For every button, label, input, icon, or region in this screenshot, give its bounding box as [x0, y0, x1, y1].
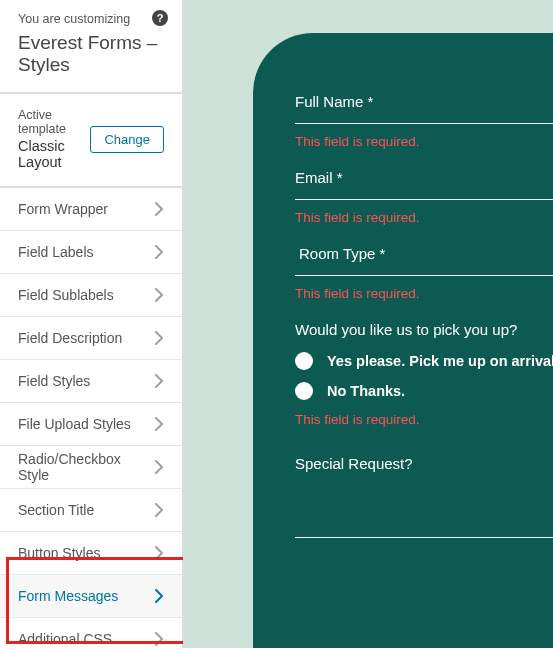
menu-item-label: Form Messages — [18, 588, 118, 604]
chevron-right-icon — [154, 288, 164, 302]
radio-label: No Thanks. — [327, 383, 405, 399]
menu-item-label: Form Wrapper — [18, 201, 108, 217]
menu-item-label: Field Styles — [18, 373, 90, 389]
chevron-right-icon — [154, 632, 164, 646]
menu-item-label: Field Description — [18, 330, 122, 346]
menu-item-button-styles[interactable]: Button Styles — [0, 532, 182, 575]
chevron-right-icon — [154, 503, 164, 517]
preview-pane: Full Name *This field is required.Email … — [183, 0, 553, 648]
chevron-right-icon — [154, 589, 164, 603]
menu-item-field-description[interactable]: Field Description — [0, 317, 182, 360]
field-error: This field is required. — [295, 210, 553, 225]
form-field: Full Name *This field is required. — [295, 93, 553, 149]
header-subtitle: You are customizing — [18, 12, 164, 26]
form-field: Email *This field is required. — [295, 169, 553, 225]
form-card: Full Name *This field is required.Email … — [253, 33, 553, 648]
field-error: This field is required. — [295, 412, 553, 427]
field-label: Room Type * — [295, 245, 553, 262]
chevron-right-icon — [154, 202, 164, 216]
menu-item-section-title[interactable]: Section Title — [0, 489, 182, 532]
settings-menu: Form WrapperField LabelsField SublabelsF… — [0, 188, 182, 648]
chevron-right-icon — [154, 331, 164, 345]
form-field: Room Type *This field is required. — [295, 245, 553, 301]
menu-item-label: Radio/Checkbox Style — [18, 451, 154, 483]
menu-item-label: Field Labels — [18, 244, 94, 260]
pickup-question: Would you like us to pick you up? — [295, 321, 553, 338]
menu-item-form-wrapper[interactable]: Form Wrapper — [0, 188, 182, 231]
template-value: Classic Layout — [18, 138, 90, 170]
menu-item-label: Section Title — [18, 502, 94, 518]
header-title: Everest Forms – Styles — [18, 32, 164, 76]
menu-item-label: Additional CSS — [18, 631, 112, 647]
radio-icon — [295, 382, 313, 400]
menu-item-field-labels[interactable]: Field Labels — [0, 231, 182, 274]
field-label: Email * — [295, 169, 553, 186]
special-request-label: Special Request? — [295, 455, 553, 472]
field-input[interactable] — [295, 116, 553, 124]
chevron-right-icon — [154, 417, 164, 431]
field-input[interactable] — [295, 268, 553, 276]
radio-icon — [295, 352, 313, 370]
menu-item-file-upload-styles[interactable]: File Upload Styles — [0, 403, 182, 446]
field-error: This field is required. — [295, 134, 553, 149]
radio-label: Yes please. Pick me up on arrival. — [327, 353, 553, 369]
active-template-row: Active template Classic Layout Change — [0, 94, 182, 186]
radio-option[interactable]: No Thanks. — [295, 382, 553, 400]
radio-option[interactable]: Yes please. Pick me up on arrival. — [295, 352, 553, 370]
menu-item-label: File Upload Styles — [18, 416, 131, 432]
menu-item-form-messages[interactable]: Form Messages — [0, 575, 182, 618]
menu-item-additional-css[interactable]: Additional CSS — [0, 618, 182, 648]
chevron-right-icon — [154, 374, 164, 388]
menu-item-field-styles[interactable]: Field Styles — [0, 360, 182, 403]
field-label: Full Name * — [295, 93, 553, 110]
menu-item-radio-checkbox-style[interactable]: Radio/Checkbox Style — [0, 446, 182, 489]
chevron-right-icon — [154, 245, 164, 259]
chevron-right-icon — [154, 546, 164, 560]
menu-item-field-sublabels[interactable]: Field Sublabels — [0, 274, 182, 317]
radio-group: Yes please. Pick me up on arrival.No Tha… — [295, 352, 553, 400]
template-label: Active template — [18, 108, 90, 136]
field-error: This field is required. — [295, 286, 553, 301]
textarea-line[interactable] — [295, 532, 553, 538]
menu-item-label: Button Styles — [18, 545, 101, 561]
change-button[interactable]: Change — [90, 126, 164, 153]
menu-item-label: Field Sublabels — [18, 287, 114, 303]
help-icon[interactable]: ? — [152, 10, 168, 26]
field-input[interactable] — [295, 192, 553, 200]
customizer-header: You are customizing Everest Forms – Styl… — [0, 0, 182, 92]
chevron-right-icon — [154, 460, 164, 474]
